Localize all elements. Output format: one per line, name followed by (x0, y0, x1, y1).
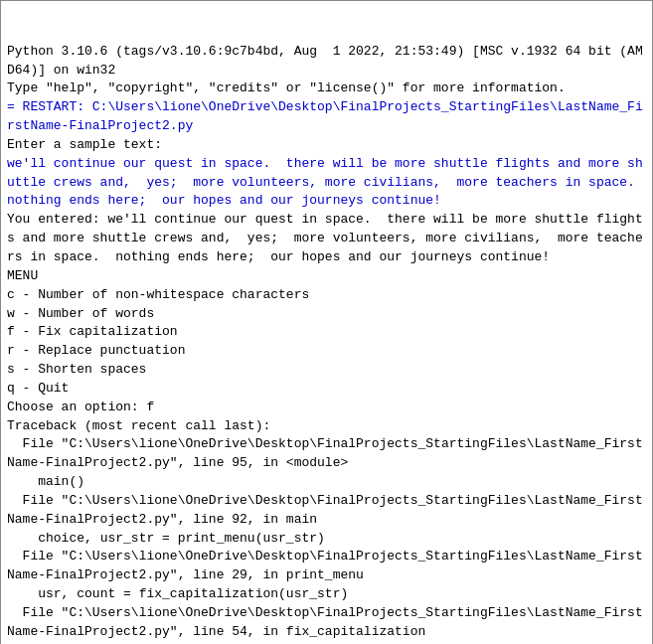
terminal-line: q - Quit (7, 380, 646, 399)
terminal-line: Python 3.10.6 (tags/v3.10.6:9c7b4bd, Aug… (7, 43, 646, 80)
terminal-line: File "C:\Users\lione\OneDrive\Desktop\Fi… (7, 548, 646, 585)
terminal-line: w - Number of words (7, 305, 646, 324)
terminal-line: we'll continue our quest in space. there… (7, 155, 646, 212)
terminal-line: = RESTART: C:\Users\lione\OneDrive\Deskt… (7, 98, 646, 136)
terminal-content[interactable]: Python 3.10.6 (tags/v3.10.6:9c7b4bd, Aug… (1, 1, 652, 644)
terminal-line: File "C:\Users\lione\OneDrive\Desktop\Fi… (7, 604, 646, 642)
terminal-line: Choose an option: f (7, 399, 646, 417)
terminal-line: f - Fix capitalization (7, 323, 646, 342)
terminal-line: usr, count = fix_capitalization(usr_str) (7, 585, 646, 604)
terminal-line: s - Shorten spaces (7, 361, 646, 380)
terminal-line: You entered: we'll continue our quest in… (7, 211, 646, 267)
terminal-line: File "C:\Users\lione\OneDrive\Desktop\Fi… (7, 492, 646, 530)
terminal-window: Python 3.10.6 (tags/v3.10.6:9c7b4bd, Aug… (0, 0, 653, 644)
terminal-line: Type "help", "copyright", "credits" or "… (7, 80, 646, 98)
terminal-line: c - Number of non-whitespace characters (7, 286, 646, 305)
terminal-line: r - Replace punctuation (7, 342, 646, 361)
terminal-line: Traceback (most recent call last): (7, 417, 646, 436)
terminal-line: Enter a sample text: (7, 136, 646, 155)
terminal-line: MENU (7, 267, 646, 286)
terminal-line: choice, usr_str = print_menu(usr_str) (7, 530, 646, 549)
terminal-line: main() (7, 473, 646, 492)
terminal-line: File "C:\Users\lione\OneDrive\Desktop\Fi… (7, 435, 646, 473)
